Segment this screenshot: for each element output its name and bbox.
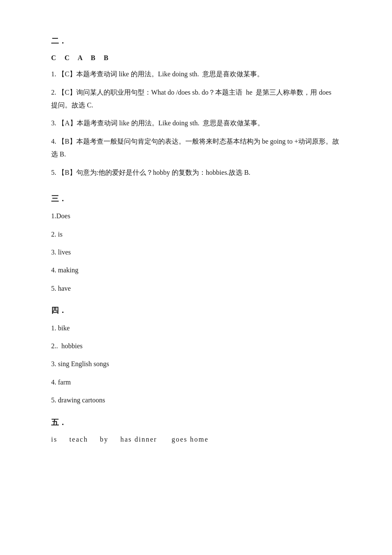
item-text: 【C】本题考查动词 like 的用法。Like doing sth. 意思是喜欢…: [58, 70, 264, 78]
section-three-item-2: 2. is: [51, 228, 341, 241]
section-two-item-5: 5. 【B】句意为:他的爱好是什么？hobby 的复数为：hobbies.故选 …: [51, 166, 341, 179]
section-four-item-1: 1. bike: [51, 322, 341, 335]
item-text: 【A】本题考查动词 like 的用法。Like doing sth. 意思是喜欢…: [58, 119, 264, 127]
section-five-answers: is teach by has dinner goes home: [51, 434, 341, 446]
section-two-item-2: 2. 【C】询问某人的职业用句型：What do /does sb. do？本题…: [51, 86, 341, 112]
section-four-item-4: 4. farm: [51, 376, 341, 389]
five-answer-1: is: [51, 436, 58, 443]
section-four-item-2: 2.. hobbies: [51, 340, 341, 353]
item-text: 【B】本题考查一般疑问句肯定句的表达。一般将来时态基本结构为 be going …: [51, 138, 339, 158]
item-text: 【B】句意为:他的爱好是什么？hobby 的复数为：hobbies.故选 B.: [58, 169, 251, 176]
item-number: 2.. hobbies: [51, 342, 83, 350]
five-answer-3: by: [95, 436, 108, 443]
item-number: 2. is: [51, 231, 63, 238]
item-number: 5.: [51, 169, 56, 176]
section-four-header: 四．: [51, 304, 341, 317]
section-three: 三． 1.Does 2. is 3. lives 4. making 5. ha…: [51, 192, 341, 295]
five-answer-2: teach: [64, 436, 88, 443]
item-text: 【C】询问某人的职业用句型：What do /does sb. do？本题主语 …: [51, 89, 333, 109]
five-answer-4: has dinner: [115, 436, 157, 443]
section-two-item-1: 1. 【C】本题考查动词 like 的用法。Like doing sth. 意思…: [51, 68, 341, 81]
section-two: 二． C C A B B 1. 【C】本题考查动词 like 的用法。Like …: [51, 34, 341, 179]
section-four-item-3: 3. sing English songs: [51, 358, 341, 370]
item-number: 5. drawing cartoons: [51, 396, 105, 404]
section-four: 四． 1. bike 2.. hobbies 3. sing English s…: [51, 304, 341, 407]
section-three-item-4: 4. making: [51, 264, 341, 277]
item-number: 3.: [51, 119, 56, 127]
section-three-header: 三．: [51, 192, 341, 205]
section-two-item-4: 4. 【B】本题考查一般疑问句肯定句的表达。一般将来时态基本结构为 be goi…: [51, 135, 341, 161]
five-answer-5: goes home: [164, 436, 209, 443]
section-three-item-3: 3. lives: [51, 246, 341, 259]
item-number: 2.: [51, 89, 56, 96]
section-two-item-3: 3. 【A】本题考查动词 like 的用法。Like doing sth. 意思…: [51, 117, 341, 130]
item-number: 4. farm: [51, 379, 71, 386]
item-number: 4.: [51, 138, 56, 145]
section-three-item-1: 1.Does: [51, 210, 341, 223]
item-number: 5. have: [51, 285, 71, 292]
section-two-answers: C C A B B: [51, 52, 341, 64]
item-number: 1. bike: [51, 324, 70, 332]
section-five-header: 五．: [51, 416, 341, 429]
section-two-header: 二．: [51, 34, 341, 48]
section-five: 五． is teach by has dinner goes home: [51, 416, 341, 446]
section-three-item-5: 5. have: [51, 282, 341, 295]
item-number: 4. making: [51, 266, 78, 274]
item-number: 3. lives: [51, 249, 71, 256]
section-four-item-5: 5. drawing cartoons: [51, 394, 341, 407]
item-number: 1.Does: [51, 212, 70, 220]
item-number: 3. sing English songs: [51, 360, 109, 367]
item-number: 1.: [51, 70, 56, 78]
